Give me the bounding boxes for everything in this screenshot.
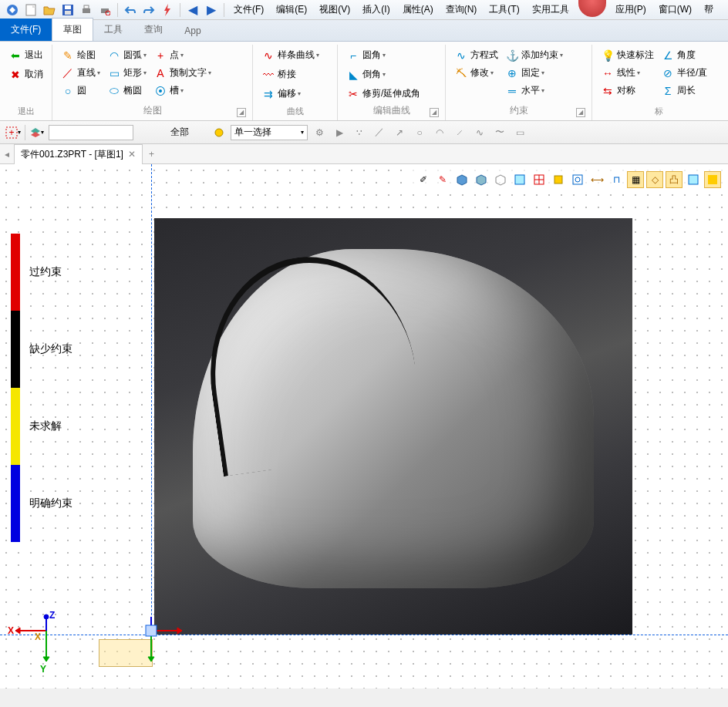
menu-edit[interactable]: 编辑(E)	[270, 3, 313, 16]
new-icon[interactable]	[23, 2, 39, 18]
angle-dim-button[interactable]: ∠角度	[659, 46, 710, 64]
play-icon[interactable]: ▶	[331, 124, 348, 141]
nav-fwd-icon[interactable]: ▶	[204, 2, 219, 18]
select-mode-dropdown[interactable]: 单一选择▾	[231, 125, 308, 140]
ruler-icon[interactable]: ⊓	[608, 171, 625, 188]
circle-tool-icon[interactable]: ○	[411, 124, 428, 141]
constraint-toggle-icon[interactable]: 凸	[666, 171, 682, 188]
reference-image[interactable]	[154, 218, 632, 635]
bridge-button[interactable]: 〰桥接	[259, 66, 331, 83]
add-constraint-button[interactable]: ⚓添加约束▾	[503, 46, 566, 64]
menu-app[interactable]: 应用(P)	[609, 3, 652, 16]
svg-rect-5	[83, 8, 90, 13]
snap-toggle-icon[interactable]: ▦	[627, 171, 644, 188]
cancel-button[interactable]: ✖取消	[6, 66, 46, 83]
render-toggle-icon[interactable]	[704, 171, 721, 188]
horizontal-button[interactable]: ═水平▾	[503, 82, 566, 99]
slot-button[interactable]: ⦿槽▾	[151, 82, 214, 99]
arc-button[interactable]: ◠圆弧▾	[105, 46, 150, 64]
paint-icon[interactable]: ✎	[434, 171, 451, 188]
layer-icon[interactable]: ▾	[29, 124, 46, 141]
ortho-toggle-icon[interactable]: ◇	[646, 171, 663, 188]
zoom-fit-icon[interactable]	[550, 171, 567, 188]
gear-icon[interactable]: ⚙	[311, 124, 328, 141]
menu-file[interactable]: 文件(F)	[228, 3, 270, 16]
edge-tool-icon[interactable]: ↗	[391, 124, 408, 141]
draw-button[interactable]: ✎绘图	[59, 46, 103, 64]
print-icon[interactable]	[79, 2, 94, 18]
eraser-icon[interactable]: ✐	[415, 171, 432, 188]
top-toolbar: ◀ ▶ 文件(F) 编辑(E) 视图(V) 插入(I) 属性(A) 查询(N) …	[0, 0, 728, 20]
spline-tool-icon[interactable]: ∿	[471, 124, 488, 141]
curve-tool-icon[interactable]: ∵	[351, 124, 368, 141]
zoom-window-icon[interactable]	[569, 171, 586, 188]
grid-icon[interactable]	[531, 171, 548, 188]
text-button[interactable]: A预制文字▾	[151, 64, 214, 82]
open-icon[interactable]	[42, 2, 57, 18]
tab-app[interactable]: App	[174, 21, 211, 41]
perimeter-dim-button[interactable]: Σ周长	[659, 82, 710, 99]
menu-view[interactable]: 视图(V)	[313, 3, 356, 16]
add-tab-button[interactable]: +	[143, 146, 160, 163]
layer-input[interactable]	[49, 125, 133, 140]
view-icon[interactable]	[685, 171, 702, 188]
modify-button[interactable]: ⛏修改▾	[452, 64, 501, 82]
wave-tool-icon[interactable]: 〜	[491, 124, 508, 141]
canvas[interactable]: ✐ ✎ ⟷ ⊓ ▦ ◇ 凸 过约束 缺少约束 未求解 明确约束 X	[0, 164, 728, 688]
line-button[interactable]: ／直线▾	[59, 64, 103, 82]
menu-help[interactable]: 帮	[698, 3, 720, 16]
equation-button[interactable]: ∿方程式	[452, 46, 501, 64]
sym-dim-button[interactable]: ⇆对称	[598, 82, 657, 99]
menu-tools[interactable]: 工具(T)	[483, 3, 525, 16]
arc-tool-icon[interactable]: ◠	[431, 124, 448, 141]
bolt-icon[interactable]	[160, 2, 175, 18]
fillet-button[interactable]: ⌐圆角▾	[344, 46, 439, 64]
tab-query[interactable]: 查询	[133, 19, 174, 41]
filter-icon[interactable]: +▾	[5, 124, 22, 141]
tab-file[interactable]: 文件(F)	[0, 19, 52, 41]
document-tab[interactable]: 零件001.Z3PRT - [草图1] ✕	[14, 144, 143, 164]
measure-icon[interactable]: ⟷	[588, 171, 605, 188]
line-tool-icon[interactable]: ／	[371, 124, 388, 141]
save-icon[interactable]	[60, 2, 76, 18]
fix-icon: ⊕	[506, 67, 518, 79]
offset-button[interactable]: ⇉偏移▾	[259, 85, 331, 103]
point-button[interactable]: +点▾	[151, 46, 214, 64]
linear-dim-button[interactable]: ↔线性▾	[598, 64, 657, 82]
menu-query[interactable]: 查询(N)	[440, 3, 484, 16]
trim-button[interactable]: ✂修剪/延伸成角	[344, 85, 439, 103]
radius-dim-button[interactable]: ⊘半径/直	[659, 64, 710, 82]
circle-button[interactable]: ○圆	[59, 82, 103, 99]
expand-icon[interactable]: ◢	[430, 108, 439, 117]
cube-shaded-icon[interactable]	[453, 171, 470, 188]
path-tool-icon[interactable]: ⟋	[451, 124, 468, 141]
menu-util[interactable]: 实用工具	[526, 3, 575, 16]
app-logo-icon[interactable]	[5, 2, 20, 18]
spline-button[interactable]: ∿样条曲线▾	[259, 46, 331, 64]
rect-button[interactable]: ▭矩形▾	[105, 64, 150, 82]
expand-icon[interactable]: ◢	[237, 108, 246, 117]
app-camera-icon[interactable]	[578, 0, 606, 17]
exit-button[interactable]: ⬅退出	[6, 46, 46, 64]
menu-insert[interactable]: 插入(I)	[356, 3, 396, 16]
cube-hidden-icon[interactable]	[492, 171, 509, 188]
undo-icon[interactable]	[123, 2, 138, 18]
fix-button[interactable]: ⊕固定▾	[503, 64, 566, 82]
tab-scroll-left-icon[interactable]: ◂	[5, 149, 9, 160]
menu-attr[interactable]: 属性(A)	[396, 3, 440, 16]
pick-icon[interactable]	[211, 124, 228, 141]
print-preview-icon[interactable]	[97, 2, 113, 18]
nav-back-icon[interactable]: ◀	[185, 2, 201, 18]
redo-icon[interactable]	[141, 2, 157, 18]
tab-tools[interactable]: 工具	[93, 19, 133, 41]
close-icon[interactable]: ✕	[128, 149, 136, 160]
region-tool-icon[interactable]: ▭	[511, 124, 528, 141]
ellipse-button[interactable]: ⬭椭圆	[105, 82, 150, 99]
menu-window[interactable]: 窗口(W)	[652, 3, 698, 16]
expand-icon[interactable]: ◢	[576, 108, 585, 117]
plane-icon[interactable]	[511, 171, 528, 188]
quick-dim-button[interactable]: 💡快速标注	[598, 46, 657, 64]
cube-wire-icon[interactable]	[473, 171, 490, 188]
chamfer-button[interactable]: ◣倒角▾	[344, 66, 439, 83]
tab-sketch[interactable]: 草图	[52, 18, 93, 41]
